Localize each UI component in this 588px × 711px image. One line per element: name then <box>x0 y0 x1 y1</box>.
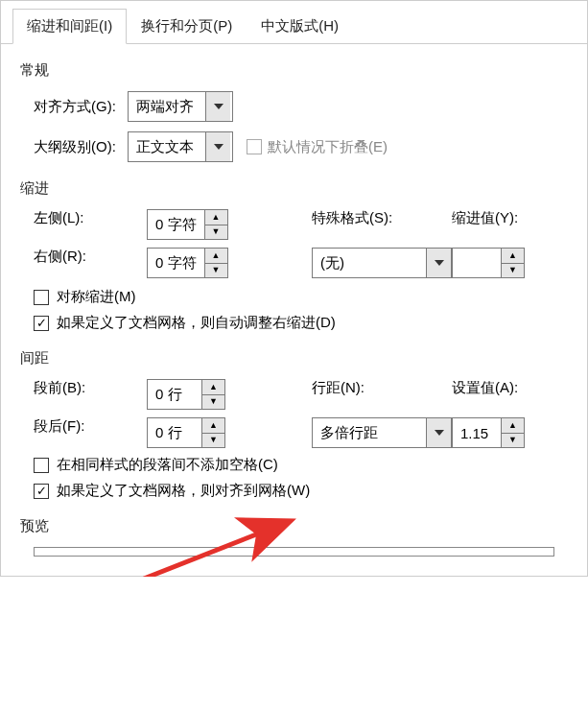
spinner-down-icon[interactable]: ▼ <box>502 433 524 448</box>
spinner-indent-by-value <box>453 249 501 277</box>
chevron-down-icon[interactable] <box>426 249 451 277</box>
checkbox-mirror-indent[interactable] <box>34 290 49 305</box>
spinner-indent-by[interactable]: ▲ ▼ <box>452 248 525 278</box>
spinner-left-indent[interactable]: 0 字符 ▲ ▼ <box>147 209 228 240</box>
spinner-at-value: 1.15 <box>453 418 501 447</box>
spinner-down-icon[interactable]: ▼ <box>502 263 524 278</box>
label-spacing-grid: 如果定义了文档网格，则对齐到网格(W) <box>57 482 310 500</box>
label-same-style-spacing: 在相同样式的段落间不添加空格(C) <box>57 456 278 474</box>
label-spacing-at: 设置值(A): <box>452 379 548 410</box>
tab-pagination[interactable]: 换行和分页(P) <box>127 9 247 43</box>
spinner-right-indent[interactable]: 0 字符 ▲ ▼ <box>147 248 228 278</box>
chevron-down-icon[interactable] <box>205 132 230 161</box>
label-left-indent: 左侧(L): <box>20 209 128 240</box>
spinner-up-icon[interactable]: ▲ <box>502 249 524 263</box>
label-outline-level: 大纲级别(O): <box>20 138 128 156</box>
spinner-right-value: 0 字符 <box>148 249 204 277</box>
spinner-up-icon[interactable]: ▲ <box>205 210 227 225</box>
spinner-before-value: 0 行 <box>148 380 201 409</box>
spinner-down-icon[interactable]: ▼ <box>205 225 227 240</box>
checkbox-collapse-default <box>247 139 262 154</box>
spinner-up-icon[interactable]: ▲ <box>205 249 227 263</box>
spinner-down-icon[interactable]: ▼ <box>202 394 224 410</box>
combo-outline-level[interactable]: 正文文本 <box>128 131 233 162</box>
label-line-spacing: 行距(N): <box>312 379 446 410</box>
label-indent-grid: 如果定义了文档网格，则自动调整右缩进(D) <box>57 314 336 332</box>
section-preview: 预览 <box>20 517 568 535</box>
combo-special-value: (无) <box>313 249 426 277</box>
label-mirror-indent: 对称缩进(M) <box>57 288 136 306</box>
label-alignment: 对齐方式(G): <box>20 98 128 116</box>
tab-bar: 缩进和间距(I) 换行和分页(P) 中文版式(H) <box>1 1 587 44</box>
preview-area <box>34 547 554 557</box>
combo-special-format[interactable]: (无) <box>312 248 452 278</box>
section-spacing: 间距 <box>20 349 568 367</box>
combo-line-spacing[interactable]: 多倍行距 <box>312 417 452 448</box>
section-indent: 缩进 <box>20 179 568 198</box>
spinner-after-value: 0 行 <box>148 418 201 447</box>
checkbox-same-style-spacing[interactable] <box>34 458 49 473</box>
checkbox-indent-grid[interactable]: ✓ <box>34 316 49 331</box>
spinner-space-after[interactable]: 0 行 ▲ ▼ <box>147 417 225 448</box>
spinner-down-icon[interactable]: ▼ <box>205 263 227 278</box>
label-collapse-default: 默认情况下折叠(E) <box>268 138 388 156</box>
label-space-before: 段前(B): <box>20 379 128 410</box>
label-right-indent: 右侧(R): <box>20 248 128 280</box>
spinner-up-icon[interactable]: ▲ <box>202 418 224 433</box>
label-space-after: 段后(F): <box>20 417 128 448</box>
label-indent-by: 缩进值(Y): <box>452 209 548 240</box>
tab-chinese-layout[interactable]: 中文版式(H) <box>247 9 353 43</box>
combo-alignment-value: 两端对齐 <box>129 92 205 121</box>
section-general: 常规 <box>20 61 568 80</box>
spinner-up-icon[interactable]: ▲ <box>502 418 524 433</box>
checkbox-spacing-grid[interactable]: ✓ <box>34 484 49 499</box>
spinner-down-icon[interactable]: ▼ <box>202 433 224 448</box>
combo-alignment[interactable]: 两端对齐 <box>128 91 233 122</box>
spinner-space-before[interactable]: 0 行 ▲ ▼ <box>147 379 225 410</box>
tab-indent-spacing[interactable]: 缩进和间距(I) <box>12 9 127 44</box>
chevron-down-icon[interactable] <box>426 418 451 447</box>
spinner-spacing-at[interactable]: 1.15 ▲ ▼ <box>452 417 525 448</box>
spinner-up-icon[interactable]: ▲ <box>202 380 224 394</box>
label-special-format: 特殊格式(S): <box>312 209 446 240</box>
combo-outline-value: 正文文本 <box>129 132 205 161</box>
combo-line-value: 多倍行距 <box>313 418 426 447</box>
chevron-down-icon[interactable] <box>205 92 230 121</box>
spinner-left-value: 0 字符 <box>148 210 204 239</box>
